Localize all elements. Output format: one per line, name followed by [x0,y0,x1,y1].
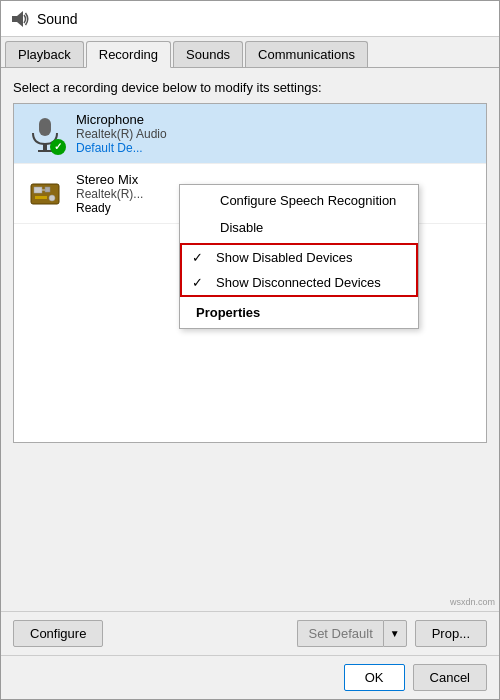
microphone-status: Default De... [76,141,476,155]
configure-button[interactable]: Configure [13,620,103,647]
highlighted-group: ✓ Show Disabled Devices ✓ Show Disconnec… [180,243,418,297]
svg-rect-0 [12,16,17,22]
context-menu-item-disable[interactable]: Disable [180,214,418,241]
microphone-info: Microphone Realtek(R) Audio Default De..… [76,112,476,155]
check-configure [196,193,212,208]
cancel-button[interactable]: Cancel [413,664,487,691]
title-bar: Sound [1,1,499,37]
microphone-name: Microphone [76,112,476,127]
svg-rect-7 [45,187,50,192]
tab-sounds[interactable]: Sounds [173,41,243,67]
sound-dialog: Sound Playback Recording Sounds Communic… [0,0,500,700]
tab-playback[interactable]: Playback [5,41,84,67]
speaker-icon [11,9,31,29]
microphone-sub: Realtek(R) Audio [76,127,476,141]
set-default-arrow-button[interactable]: ▼ [383,620,407,647]
watermark: wsxdn.com [450,597,495,607]
tab-communications[interactable]: Communications [245,41,368,67]
svg-rect-3 [43,144,47,150]
default-check-badge: ✓ [50,139,66,155]
set-default-button[interactable]: Set Default [297,620,382,647]
svg-point-9 [49,195,55,201]
svg-marker-1 [17,11,23,27]
context-menu-item-properties[interactable]: Properties [180,299,418,326]
instruction-text: Select a recording device below to modif… [13,80,487,95]
properties-button[interactable]: Prop... [415,620,487,647]
tab-bar: Playback Recording Sounds Communications [1,37,499,68]
context-menu: Configure Speech Recognition Disable ✓ S… [179,184,419,329]
stereo-mix-icon-container [24,173,66,215]
ok-button[interactable]: OK [344,664,405,691]
context-menu-item-configure-speech[interactable]: Configure Speech Recognition [180,187,418,214]
context-menu-item-show-disconnected[interactable]: ✓ Show Disconnected Devices [182,270,416,295]
device-item-microphone[interactable]: ✓ Microphone Realtek(R) Audio Default De… [14,104,486,164]
set-default-group: Set Default ▼ [297,620,406,647]
check-show-disabled: ✓ [192,250,208,265]
microphone-icon-container: ✓ [24,113,66,155]
check-show-disconnected: ✓ [192,275,208,290]
stereo-mix-svg [27,176,63,212]
check-disable [196,220,212,235]
main-content: Select a recording device below to modif… [1,68,499,611]
svg-rect-2 [39,118,51,136]
context-menu-item-show-disabled[interactable]: ✓ Show Disabled Devices [182,245,416,270]
tab-recording[interactable]: Recording [86,41,171,68]
svg-rect-6 [34,187,42,193]
window-title: Sound [37,11,77,27]
device-list: ✓ Microphone Realtek(R) Audio Default De… [13,103,487,443]
ok-cancel-bar: OK Cancel [1,655,499,699]
bottom-bar: Configure Set Default ▼ Prop... [1,611,499,655]
svg-rect-10 [35,196,47,199]
